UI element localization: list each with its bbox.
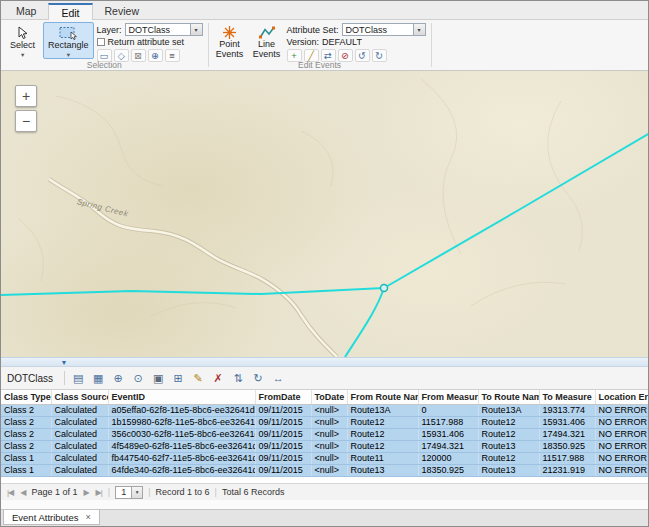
zoom-out-button[interactable]: −: [15, 110, 37, 132]
tab-review[interactable]: Review: [93, 2, 151, 19]
table-cell[interactable]: 15931.406: [418, 428, 478, 440]
table-cell[interactable]: 09/11/2015: [255, 404, 311, 416]
tab-map[interactable]: Map: [4, 2, 48, 19]
table-cell[interactable]: Calculated: [51, 404, 108, 416]
previous-page-button[interactable]: ◀: [19, 488, 26, 497]
save-edits-icon[interactable]: ▣: [149, 369, 167, 387]
table-cell[interactable]: Route13A: [478, 404, 539, 416]
table-cell[interactable]: Class 1: [1, 464, 51, 476]
table-cell[interactable]: <null>: [311, 464, 347, 476]
table-cell[interactable]: Calculated: [51, 440, 108, 452]
table-cell[interactable]: Route13A: [347, 404, 418, 416]
table-cell[interactable]: NO ERROR: [595, 452, 648, 464]
table-cell[interactable]: Class 2: [1, 440, 51, 452]
table-cell[interactable]: NO ERROR: [595, 440, 648, 452]
table-cell[interactable]: Class 2: [1, 404, 51, 416]
column-header[interactable]: To Measure: [539, 390, 595, 404]
table-cell[interactable]: <null>: [311, 416, 347, 428]
column-header[interactable]: Location Error: [595, 390, 648, 404]
select-tool-button[interactable]: Select ▾: [5, 22, 40, 59]
column-header[interactable]: FromDate: [255, 390, 311, 404]
column-header[interactable]: Class Source: [51, 390, 108, 404]
table-cell[interactable]: 09/11/2015: [255, 464, 311, 476]
zoom-to-events-icon[interactable]: ⊕: [109, 369, 127, 387]
table-cell[interactable]: 11517.988: [418, 416, 478, 428]
table-cell[interactable]: 09/11/2015: [255, 428, 311, 440]
table-cell[interactable]: Calculated: [51, 428, 108, 440]
table-row[interactable]: Class 1Calculated64fde340-62f8-11e5-8bc6…: [1, 464, 648, 476]
table-cell[interactable]: Calculated: [51, 464, 108, 476]
table-cell[interactable]: Route13: [478, 440, 539, 452]
table-cell[interactable]: 19313.774: [539, 404, 595, 416]
column-header[interactable]: EventID: [108, 390, 255, 404]
page-number-select[interactable]: 1 ▾: [115, 486, 143, 499]
table-cell[interactable]: 17494.321: [539, 428, 595, 440]
table-cell[interactable]: Class 2: [1, 428, 51, 440]
edit-record-icon[interactable]: ✎: [189, 369, 207, 387]
column-header[interactable]: ToDate: [311, 390, 347, 404]
table-cell[interactable]: NO ERROR: [595, 464, 648, 476]
first-page-button[interactable]: |◀: [6, 488, 14, 497]
table-cell[interactable]: <null>: [311, 452, 347, 464]
table-cell[interactable]: 11517.988: [539, 452, 595, 464]
table-cell[interactable]: 09/11/2015: [255, 440, 311, 452]
table-cell[interactable]: Class 1: [1, 452, 51, 464]
table-cell[interactable]: 18350.925: [418, 464, 478, 476]
table-row[interactable]: Class 2Calculated4f5489e0-62f8-11e5-8bc6…: [1, 440, 648, 452]
table-row[interactable]: Class 2Calculated1b159980-62f8-11e5-8bc6…: [1, 416, 648, 428]
table-row[interactable]: Class 2Calculateda05effa0-62f8-11e5-8bc6…: [1, 404, 648, 416]
table-row[interactable]: Class 1Calculatedfb447540-62f7-11e5-8bc6…: [1, 452, 648, 464]
table-cell[interactable]: Calculated: [51, 416, 108, 428]
column-header[interactable]: Class Type: [1, 390, 51, 404]
table-cell[interactable]: 09/11/2015: [255, 416, 311, 428]
column-header[interactable]: From Measure: [418, 390, 478, 404]
route-line-south[interactable]: [345, 288, 384, 357]
table-cell[interactable]: Route12: [347, 440, 418, 452]
next-page-button[interactable]: ▶: [82, 488, 89, 497]
route-line-northeast[interactable]: [384, 133, 648, 288]
table-cell[interactable]: 0: [418, 404, 478, 416]
route-line-west[interactable]: [1, 288, 384, 295]
add-record-icon[interactable]: ⊞: [169, 369, 187, 387]
column-header[interactable]: From Route Name: [347, 390, 418, 404]
table-cell[interactable]: 18350.925: [539, 440, 595, 452]
chevron-down-icon[interactable]: ▾: [190, 24, 202, 35]
table-cell[interactable]: 09/11/2015: [255, 452, 311, 464]
table-cell[interactable]: 4f5489e0-62f8-11e5-8bc6-ee32641d5ec9: [108, 440, 255, 452]
table-cell[interactable]: Route12: [347, 416, 418, 428]
table-cell[interactable]: 1b159980-62f8-11e5-8bc6-ee32641d5ec9: [108, 416, 255, 428]
table-cell[interactable]: NO ERROR: [595, 416, 648, 428]
table-cell[interactable]: a05effa0-62f8-11e5-8bc6-ee32641d5ec9: [108, 404, 255, 416]
zoom-in-button[interactable]: +: [15, 85, 37, 107]
table-cell[interactable]: 15931.406: [539, 416, 595, 428]
layer-select[interactable]: DOTClass ▾: [125, 23, 203, 36]
tab-edit[interactable]: Edit: [48, 3, 92, 20]
table-cell[interactable]: Route12: [478, 428, 539, 440]
table-cell[interactable]: NO ERROR: [595, 404, 648, 416]
table-cell[interactable]: Calculated: [51, 452, 108, 464]
table-cell[interactable]: <null>: [311, 428, 347, 440]
table-cell[interactable]: 356c0030-62f8-11e5-8bc6-ee32641d5ec9: [108, 428, 255, 440]
chevron-down-icon[interactable]: ▾: [413, 24, 425, 35]
return-attribute-set-checkbox[interactable]: [97, 38, 105, 46]
last-page-button[interactable]: ▶|: [95, 488, 103, 497]
attribute-set-select[interactable]: DOTClass ▾: [342, 23, 426, 36]
column-header[interactable]: To Route Name: [478, 390, 539, 404]
tab-event-attributes[interactable]: Event Attributes ×: [3, 510, 100, 525]
map-view[interactable]: Spring Creek + −: [1, 71, 648, 357]
chevron-down-icon[interactable]: ▾: [131, 487, 142, 498]
show-selected-records-icon[interactable]: ▦: [89, 369, 107, 387]
table-cell[interactable]: <null>: [311, 440, 347, 452]
table-options-icon[interactable]: ▤: [69, 369, 87, 387]
table-cell[interactable]: 17494.321: [418, 440, 478, 452]
table-cell[interactable]: 64fde340-62f8-11e5-8bc6-ee32641d5ec9: [108, 464, 255, 476]
fit-columns-icon[interactable]: ↔: [269, 369, 287, 387]
close-icon[interactable]: ×: [86, 512, 91, 522]
route-junction-marker[interactable]: [381, 285, 388, 292]
line-events-button[interactable]: Line Events: [250, 22, 284, 59]
table-cell[interactable]: fb447540-62f7-11e5-8bc6-ee32641d5ec9: [108, 452, 255, 464]
pan-to-events-icon[interactable]: ⊙: [129, 369, 147, 387]
table-cell[interactable]: Class 2: [1, 416, 51, 428]
table-cell[interactable]: Route11: [347, 452, 418, 464]
table-cell[interactable]: NO ERROR: [595, 428, 648, 440]
